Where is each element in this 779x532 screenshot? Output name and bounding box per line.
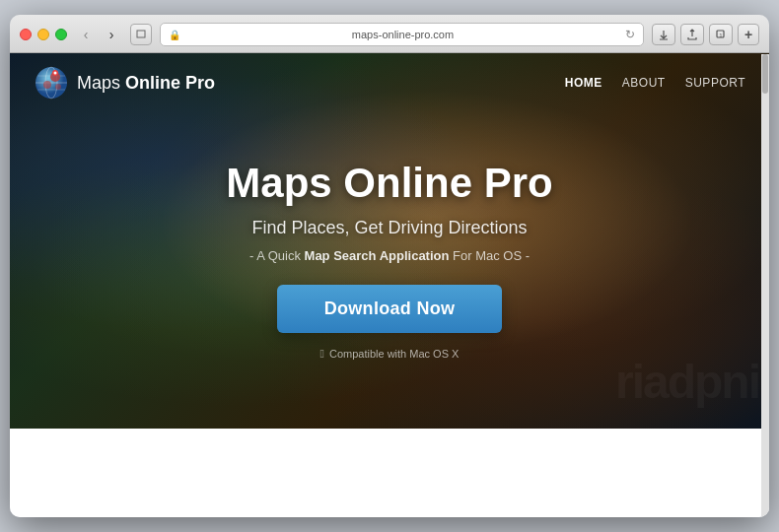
site-navbar: Maps Online Pro HOME ABOUT SUPPORT (10, 53, 769, 112)
hero-content: Maps Online Pro Find Places, Get Driving… (10, 112, 769, 429)
svg-point-10 (55, 84, 61, 90)
minimize-button[interactable] (37, 29, 49, 40)
hero-section: riadpni (10, 53, 769, 429)
svg-rect-0 (137, 31, 145, 37)
white-section (10, 429, 769, 517)
maximize-button[interactable] (55, 29, 67, 40)
apple-icon:  (320, 347, 324, 361)
address-bar[interactable]: 🔒 maps-online-pro.com ↻ (160, 23, 644, 46)
browser-window: ‹ › 🔒 maps-online-pro.com ↻ 1 + (10, 15, 769, 517)
reload-button[interactable]: ↻ (625, 28, 635, 41)
hero-subtitle: Find Places, Get Driving Directions (251, 218, 527, 238)
hero-description: - A Quick Map Search Application For Mac… (249, 248, 530, 263)
toolbar-right: 1 + (652, 24, 759, 45)
svg-point-9 (43, 81, 51, 89)
compatible-notice:  Compatible with Mac OS X (320, 347, 460, 361)
download-indicator[interactable] (652, 24, 675, 45)
back-button[interactable]: ‹ (75, 24, 97, 45)
logo-globe-icon (34, 65, 69, 100)
tabs-button[interactable]: 1 (709, 24, 733, 45)
logo-text: Maps Online Pro (77, 73, 215, 94)
svg-point-12 (54, 72, 57, 75)
tab-button[interactable] (130, 24, 152, 45)
share-button[interactable] (680, 24, 704, 45)
website-content: riadpni (10, 53, 769, 517)
hero-title: Maps Online Pro (226, 161, 552, 206)
close-button[interactable] (20, 29, 32, 40)
nav-support[interactable]: SUPPORT (685, 76, 745, 90)
site-navigation: HOME ABOUT SUPPORT (565, 76, 745, 90)
site-logo: Maps Online Pro (34, 65, 215, 100)
forward-button[interactable]: › (101, 24, 122, 45)
nav-buttons: ‹ › (75, 24, 122, 45)
download-now-button[interactable]: Download Now (277, 285, 503, 333)
traffic-lights (20, 29, 67, 40)
new-tab-button[interactable]: + (738, 24, 759, 45)
nav-about[interactable]: ABOUT (622, 76, 666, 90)
browser-chrome: ‹ › 🔒 maps-online-pro.com ↻ 1 + (10, 15, 769, 53)
url-text: maps-online-pro.com (186, 29, 619, 40)
nav-home[interactable]: HOME (565, 76, 602, 90)
